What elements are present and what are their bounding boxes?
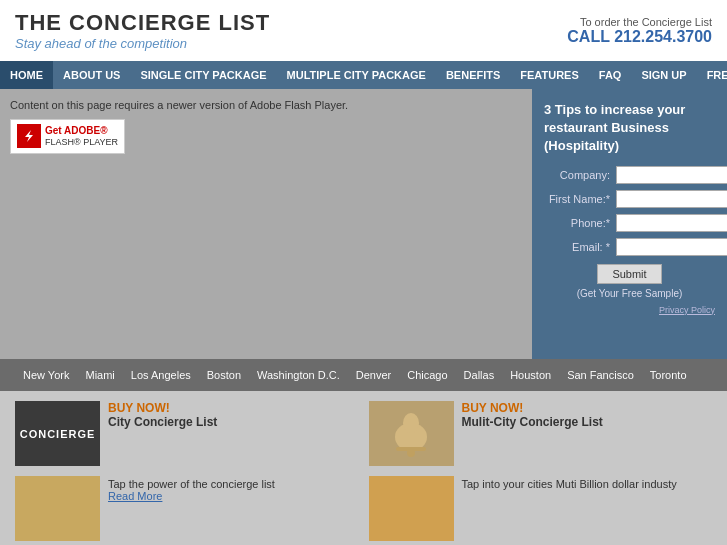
product-name-1: Mulit-City Concierge List	[462, 415, 713, 429]
header-phone: CALL 212.254.3700	[567, 28, 712, 46]
city-link-boston[interactable]: Boston	[199, 367, 249, 383]
logo-block: THE CONCIERGE LIST Stay ahead of the com…	[15, 10, 270, 51]
product-card-0: CONCIERGEBUY NOW!City Concierge List	[15, 401, 359, 466]
flash-icon	[17, 124, 41, 148]
svg-marker-0	[25, 130, 33, 142]
flash-text: Get ADOBE® FLASH® PLAYER	[45, 124, 118, 149]
product-thumb-0: CONCIERGE	[15, 401, 100, 466]
contact-text: To order the Concierge List	[567, 16, 712, 28]
nav-item-free-sample[interactable]: FREE SAMPLE	[697, 61, 727, 89]
nav-item-features[interactable]: FEATURES	[510, 61, 588, 89]
svg-point-4	[407, 449, 415, 457]
cities-bar: New YorkMiamiLos AngelesBostonWashington…	[0, 359, 727, 391]
firstname-row: First Name:*	[544, 190, 715, 208]
phone-row: Phone:*	[544, 214, 715, 232]
flash-notice: Content on this page requires a newer ve…	[10, 99, 522, 111]
product-thumb-2	[15, 476, 100, 541]
phone-label: Phone:*	[544, 217, 616, 229]
city-link-washington-d.c.[interactable]: Washington D.C.	[249, 367, 348, 383]
city-link-houston[interactable]: Houston	[502, 367, 559, 383]
nav-item-multiple-city-package[interactable]: MULTIPLE CITY PACKAGE	[277, 61, 436, 89]
email-input[interactable]	[616, 238, 727, 256]
email-row: Email: *	[544, 238, 715, 256]
product-info-0: BUY NOW!City Concierge List	[108, 401, 359, 429]
products-grid: CONCIERGEBUY NOW!City Concierge ListBUY …	[0, 391, 727, 545]
email-label: Email: *	[544, 241, 616, 253]
header: THE CONCIERGE LIST Stay ahead of the com…	[0, 0, 727, 61]
product-card-2: Tap the power of the concierge listRead …	[15, 476, 359, 541]
city-link-chicago[interactable]: Chicago	[399, 367, 455, 383]
nav-item-sign-up[interactable]: SIGN UP	[631, 61, 696, 89]
flash-get: Get ADOBE®	[45, 124, 118, 137]
submit-button[interactable]: Submit	[597, 264, 661, 284]
firstname-input[interactable]	[616, 190, 727, 208]
nav-item-home[interactable]: HOME	[0, 61, 53, 89]
thumb-label-0: CONCIERGE	[20, 428, 96, 440]
buy-now-label-1: BUY NOW!	[462, 401, 713, 415]
phone-input[interactable]	[616, 214, 727, 232]
city-link-miami[interactable]: Miami	[77, 367, 122, 383]
product-name-0: City Concierge List	[108, 415, 359, 429]
city-link-san-fancisco[interactable]: San Fancisco	[559, 367, 642, 383]
nav-item-about-us[interactable]: ABOUT US	[53, 61, 130, 89]
logo-main: THE CONCIERGE LIST	[15, 10, 270, 36]
city-link-denver[interactable]: Denver	[348, 367, 399, 383]
product-info-1: BUY NOW!Mulit-City Concierge List	[462, 401, 713, 429]
nav-item-benefits[interactable]: BENEFITS	[436, 61, 510, 89]
form-title: 3 Tips to increase your restaurant Busin…	[544, 101, 715, 156]
product-card-3: Tap into your cities Muti Billion dollar…	[369, 476, 713, 541]
product-card-1: BUY NOW!Mulit-City Concierge List	[369, 401, 713, 466]
privacy-link[interactable]: Privacy Policy	[544, 305, 715, 315]
product-info-2: Tap the power of the concierge listRead …	[108, 476, 359, 502]
buy-now-label-0: BUY NOW!	[108, 401, 359, 415]
nav-bar: HOMEABOUT USSINGLE CITY PACKAGEMULTIPLE …	[0, 61, 727, 89]
header-contact: To order the Concierge List CALL 212.254…	[567, 16, 712, 46]
city-link-toronto[interactable]: Toronto	[642, 367, 695, 383]
nav-item-single-city-package[interactable]: SINGLE CITY PACKAGE	[130, 61, 276, 89]
company-row: Company:	[544, 166, 715, 184]
read-more-link-2[interactable]: Read More	[108, 490, 359, 502]
flash-area: Content on this page requires a newer ve…	[0, 89, 532, 359]
product-thumb-1	[369, 401, 454, 466]
company-input[interactable]	[616, 166, 727, 184]
main-content: Content on this page requires a newer ve…	[0, 89, 727, 359]
company-label: Company:	[544, 169, 616, 181]
city-link-new-york[interactable]: New York	[15, 367, 77, 383]
product-desc-2: Tap the power of the concierge list	[108, 478, 359, 490]
sidebar-form: 3 Tips to increase your restaurant Busin…	[532, 89, 727, 359]
logo-sub: Stay ahead of the competition	[15, 36, 270, 51]
flash-badge[interactable]: Get ADOBE® FLASH® PLAYER	[10, 119, 125, 154]
city-link-dallas[interactable]: Dallas	[456, 367, 503, 383]
nav-item-faq[interactable]: FAQ	[589, 61, 632, 89]
city-link-los-angeles[interactable]: Los Angeles	[123, 367, 199, 383]
free-sample-note: (Get Your Free Sample)	[544, 288, 715, 299]
product-info-3: Tap into your cities Muti Billion dollar…	[462, 476, 713, 490]
product-thumb-3	[369, 476, 454, 541]
firstname-label: First Name:*	[544, 193, 616, 205]
product-desc-3: Tap into your cities Muti Billion dollar…	[462, 478, 713, 490]
svg-point-3	[403, 413, 419, 433]
